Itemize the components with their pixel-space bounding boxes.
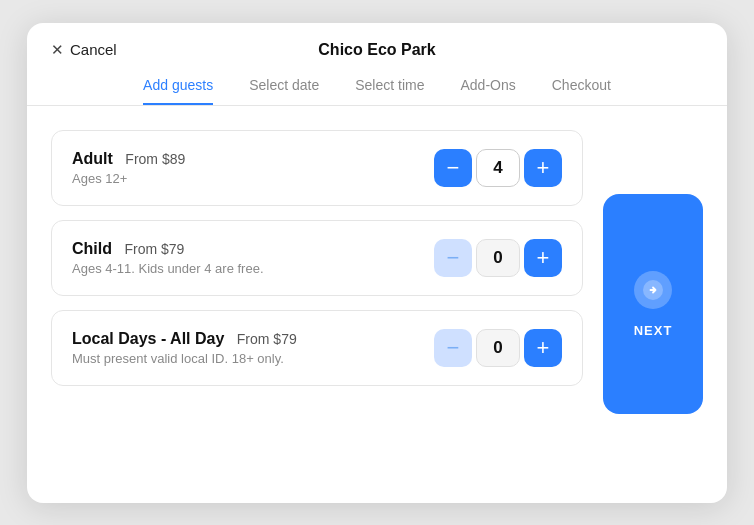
stepper-local-days: − 0 + — [434, 329, 562, 367]
guest-price-child: From $79 — [124, 241, 184, 257]
guest-price-adult: From $89 — [125, 151, 185, 167]
next-panel: NEXT — [603, 130, 703, 479]
guest-desc-local-days: Must present valid local ID. 18+ only. — [72, 351, 297, 366]
stepper-decrement-adult[interactable]: − — [434, 149, 472, 187]
tab-select-date[interactable]: Select date — [249, 77, 319, 105]
guest-price-local-days: From $79 — [237, 331, 297, 347]
next-arrow-circle — [634, 271, 672, 309]
tab-select-time[interactable]: Select time — [355, 77, 424, 105]
guest-desc-child: Ages 4-11. Kids under 4 are free. — [72, 261, 264, 276]
stepper-decrement-local-days[interactable]: − — [434, 329, 472, 367]
stepper-decrement-child[interactable]: − — [434, 239, 472, 277]
stepper-value-adult: 4 — [476, 149, 520, 187]
cancel-button[interactable]: ✕ Cancel — [51, 41, 117, 59]
guest-desc-adult: Ages 12+ — [72, 171, 185, 186]
booking-modal: ✕ Cancel Chico Eco Park Add guests Selec… — [27, 23, 727, 503]
stepper-increment-adult[interactable]: + — [524, 149, 562, 187]
cancel-label: Cancel — [70, 41, 117, 58]
guest-card-local-days: Local Days - All Day From $79 Must prese… — [51, 310, 583, 386]
modal-body: Adult From $89 Ages 12+ − 4 + Child From… — [27, 106, 727, 503]
guest-card-adult: Adult From $89 Ages 12+ − 4 + — [51, 130, 583, 206]
tab-add-ons[interactable]: Add-Ons — [460, 77, 515, 105]
stepper-value-child: 0 — [476, 239, 520, 277]
tabs-bar: Add guests Select date Select time Add-O… — [27, 63, 727, 106]
stepper-adult: − 4 + — [434, 149, 562, 187]
next-label: NEXT — [634, 323, 673, 338]
guest-name-child: Child — [72, 240, 112, 257]
guest-name-local-days: Local Days - All Day — [72, 330, 224, 347]
tab-add-guests[interactable]: Add guests — [143, 77, 213, 105]
stepper-value-local-days: 0 — [476, 329, 520, 367]
next-button[interactable]: NEXT — [603, 194, 703, 414]
guests-list: Adult From $89 Ages 12+ − 4 + Child From… — [51, 130, 583, 479]
stepper-child: − 0 + — [434, 239, 562, 277]
guest-name-adult: Adult — [72, 150, 113, 167]
stepper-increment-local-days[interactable]: + — [524, 329, 562, 367]
guest-info-child: Child From $79 Ages 4-11. Kids under 4 a… — [72, 240, 264, 276]
cancel-icon: ✕ — [51, 41, 64, 59]
guest-card-child: Child From $79 Ages 4-11. Kids under 4 a… — [51, 220, 583, 296]
modal-title: Chico Eco Park — [318, 41, 435, 59]
tab-checkout[interactable]: Checkout — [552, 77, 611, 105]
modal-header: ✕ Cancel Chico Eco Park — [27, 23, 727, 59]
guest-info-local-days: Local Days - All Day From $79 Must prese… — [72, 330, 297, 366]
guest-info-adult: Adult From $89 Ages 12+ — [72, 150, 185, 186]
stepper-increment-child[interactable]: + — [524, 239, 562, 277]
